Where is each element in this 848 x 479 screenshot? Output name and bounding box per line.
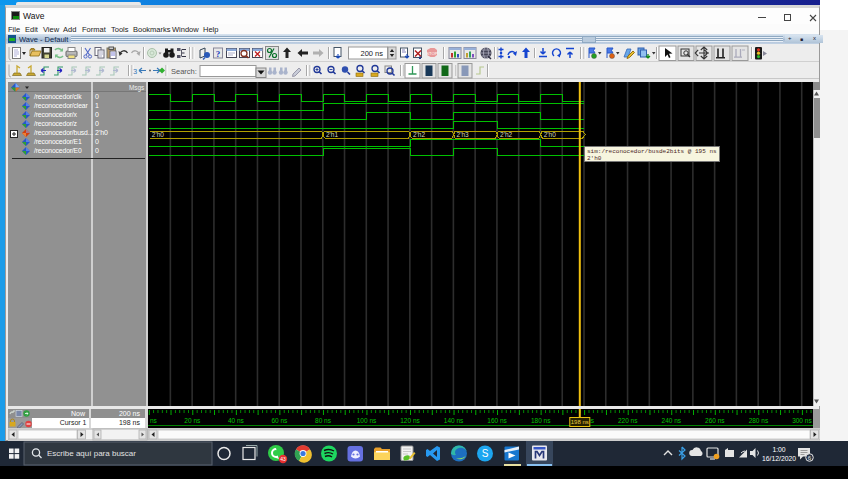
svg-text:43: 43 xyxy=(280,456,286,462)
svg-text:240 ns: 240 ns xyxy=(662,417,682,424)
svg-text:160 ns: 160 ns xyxy=(487,417,507,424)
svg-text:ns: ns xyxy=(150,417,158,424)
svg-text:200 ns: 200 ns xyxy=(360,49,383,58)
svg-text:2'h0: 2'h0 xyxy=(152,131,164,138)
svg-text:2'h0: 2'h0 xyxy=(544,131,556,138)
svg-text:20 ns: 20 ns xyxy=(184,417,201,424)
svg-text:3: 3 xyxy=(133,67,137,76)
svg-text:2'h1: 2'h1 xyxy=(326,131,338,138)
svg-text:220 ns: 220 ns xyxy=(618,417,638,424)
svg-text:180 ns: 180 ns xyxy=(531,417,551,424)
svg-text:2'h3: 2'h3 xyxy=(457,131,469,138)
svg-text:140 ns: 140 ns xyxy=(444,417,464,424)
svg-text:?: ? xyxy=(216,49,221,59)
svg-text:300 ns: 300 ns xyxy=(792,417,812,424)
svg-text:100 ns: 100 ns xyxy=(357,417,377,424)
svg-text:S: S xyxy=(482,448,489,459)
svg-text:40 ns: 40 ns xyxy=(228,417,245,424)
svg-text:2'h2: 2'h2 xyxy=(413,131,425,138)
svg-text:120 ns: 120 ns xyxy=(400,417,420,424)
svg-text:198 ns: 198 ns xyxy=(571,419,589,425)
svg-text:80 ns: 80 ns xyxy=(315,417,332,424)
svg-text:STOP: STOP xyxy=(426,51,438,56)
svg-text:Search:: Search: xyxy=(171,67,197,76)
svg-text:2'h2: 2'h2 xyxy=(500,131,512,138)
svg-text:60 ns: 60 ns xyxy=(271,417,288,424)
svg-text:260 ns: 260 ns xyxy=(705,417,725,424)
svg-text:280 ns: 280 ns xyxy=(749,417,769,424)
